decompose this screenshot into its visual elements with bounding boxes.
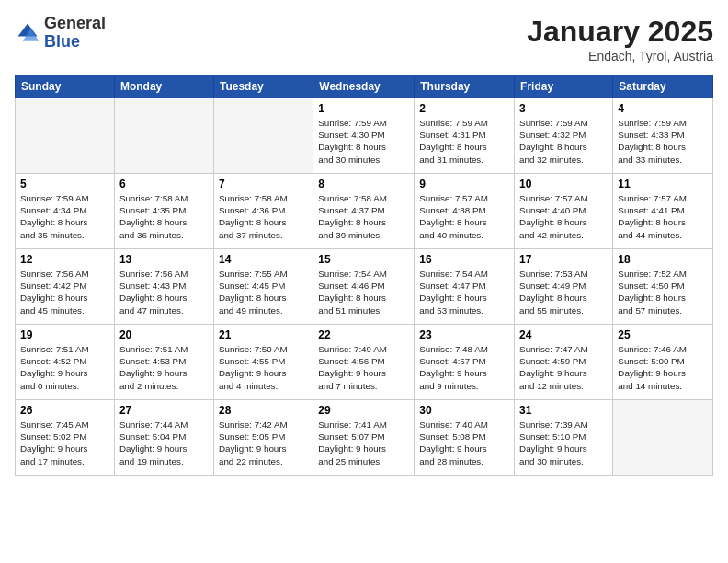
calendar-cell — [114, 98, 213, 174]
day-number: 30 — [419, 404, 509, 417]
calendar-cell: 27Sunrise: 7:44 AM Sunset: 5:04 PM Dayli… — [114, 400, 213, 476]
day-info: Sunrise: 7:58 AM Sunset: 4:36 PM Dayligh… — [219, 192, 308, 241]
day-number: 26 — [20, 404, 109, 417]
calendar-cell: 26Sunrise: 7:45 AM Sunset: 5:02 PM Dayli… — [16, 400, 115, 476]
day-number: 4 — [618, 102, 708, 115]
weekday-header-thursday: Thursday — [415, 75, 515, 98]
day-info: Sunrise: 7:57 AM Sunset: 4:41 PM Dayligh… — [618, 192, 708, 241]
calendar-cell: 7Sunrise: 7:58 AM Sunset: 4:36 PM Daylig… — [213, 174, 313, 249]
day-info: Sunrise: 7:58 AM Sunset: 4:37 PM Dayligh… — [318, 192, 409, 241]
calendar-cell: 28Sunrise: 7:42 AM Sunset: 5:05 PM Dayli… — [213, 400, 313, 476]
day-number: 18 — [618, 253, 708, 266]
day-number: 24 — [519, 328, 608, 341]
day-info: Sunrise: 7:51 AM Sunset: 4:52 PM Dayligh… — [20, 343, 109, 392]
calendar-cell: 2Sunrise: 7:59 AM Sunset: 4:31 PM Daylig… — [415, 98, 515, 174]
calendar-cell: 11Sunrise: 7:57 AM Sunset: 4:41 PM Dayli… — [613, 174, 713, 249]
calendar-cell: 30Sunrise: 7:40 AM Sunset: 5:08 PM Dayli… — [415, 400, 515, 476]
day-number: 25 — [618, 328, 708, 341]
calendar-cell: 19Sunrise: 7:51 AM Sunset: 4:52 PM Dayli… — [16, 325, 115, 400]
month-title: January 2025 — [527, 15, 713, 49]
day-number: 9 — [419, 178, 509, 190]
day-info: Sunrise: 7:54 AM Sunset: 4:47 PM Dayligh… — [419, 268, 509, 316]
calendar-week-row: 26Sunrise: 7:45 AM Sunset: 5:02 PM Dayli… — [16, 400, 713, 476]
day-number: 22 — [318, 328, 409, 341]
day-number: 19 — [20, 328, 109, 341]
day-number: 21 — [219, 328, 308, 341]
calendar-cell: 1Sunrise: 7:59 AM Sunset: 4:30 PM Daylig… — [313, 98, 415, 174]
day-info: Sunrise: 7:42 AM Sunset: 5:05 PM Dayligh… — [219, 419, 308, 467]
calendar-table: SundayMondayTuesdayWednesdayThursdayFrid… — [15, 75, 713, 476]
day-info: Sunrise: 7:59 AM Sunset: 4:30 PM Dayligh… — [318, 117, 409, 166]
day-info: Sunrise: 7:58 AM Sunset: 4:35 PM Dayligh… — [119, 192, 209, 241]
weekday-header-saturday: Saturday — [613, 75, 713, 98]
calendar-cell: 25Sunrise: 7:46 AM Sunset: 5:00 PM Dayli… — [613, 325, 713, 400]
day-number: 8 — [318, 178, 409, 190]
day-number: 1 — [318, 102, 409, 115]
day-info: Sunrise: 7:59 AM Sunset: 4:33 PM Dayligh… — [618, 117, 708, 166]
calendar-cell: 14Sunrise: 7:55 AM Sunset: 4:45 PM Dayli… — [213, 249, 313, 325]
weekday-header-monday: Monday — [114, 75, 213, 98]
calendar-cell: 4Sunrise: 7:59 AM Sunset: 4:33 PM Daylig… — [613, 98, 713, 174]
calendar-cell: 29Sunrise: 7:41 AM Sunset: 5:07 PM Dayli… — [313, 400, 415, 476]
calendar-cell: 18Sunrise: 7:52 AM Sunset: 4:50 PM Dayli… — [613, 249, 713, 325]
day-info: Sunrise: 7:39 AM Sunset: 5:10 PM Dayligh… — [519, 419, 608, 467]
calendar-cell: 3Sunrise: 7:59 AM Sunset: 4:32 PM Daylig… — [515, 98, 613, 174]
day-number: 29 — [318, 404, 409, 417]
day-info: Sunrise: 7:46 AM Sunset: 5:00 PM Dayligh… — [618, 343, 708, 392]
day-number: 12 — [20, 253, 109, 266]
day-number: 2 — [419, 102, 509, 115]
day-info: Sunrise: 7:45 AM Sunset: 5:02 PM Dayligh… — [20, 419, 109, 467]
calendar-cell — [16, 98, 115, 174]
day-number: 10 — [519, 178, 608, 190]
day-info: Sunrise: 7:53 AM Sunset: 4:49 PM Dayligh… — [519, 268, 608, 316]
day-info: Sunrise: 7:47 AM Sunset: 4:59 PM Dayligh… — [519, 343, 608, 392]
calendar-cell: 13Sunrise: 7:56 AM Sunset: 4:43 PM Dayli… — [114, 249, 213, 325]
day-info: Sunrise: 7:57 AM Sunset: 4:38 PM Dayligh… — [419, 192, 509, 241]
calendar-cell: 5Sunrise: 7:59 AM Sunset: 4:34 PM Daylig… — [16, 174, 115, 249]
weekday-header-tuesday: Tuesday — [213, 75, 313, 98]
day-number: 27 — [119, 404, 209, 417]
weekday-header-sunday: Sunday — [16, 75, 115, 98]
calendar-week-row: 5Sunrise: 7:59 AM Sunset: 4:34 PM Daylig… — [16, 174, 713, 249]
location: Endach, Tyrol, Austria — [527, 49, 713, 63]
calendar-week-row: 12Sunrise: 7:56 AM Sunset: 4:42 PM Dayli… — [16, 249, 713, 325]
day-info: Sunrise: 7:49 AM Sunset: 4:56 PM Dayligh… — [318, 343, 409, 392]
day-info: Sunrise: 7:40 AM Sunset: 5:08 PM Dayligh… — [419, 419, 509, 467]
calendar-week-row: 1Sunrise: 7:59 AM Sunset: 4:30 PM Daylig… — [16, 98, 713, 174]
day-number: 11 — [618, 178, 708, 190]
day-info: Sunrise: 7:59 AM Sunset: 4:31 PM Dayligh… — [419, 117, 509, 166]
day-number: 15 — [318, 253, 409, 266]
calendar-cell: 16Sunrise: 7:54 AM Sunset: 4:47 PM Dayli… — [415, 249, 515, 325]
calendar-cell: 31Sunrise: 7:39 AM Sunset: 5:10 PM Dayli… — [515, 400, 613, 476]
calendar-cell — [613, 400, 713, 476]
day-info: Sunrise: 7:52 AM Sunset: 4:50 PM Dayligh… — [618, 268, 708, 316]
calendar-cell — [213, 98, 313, 174]
calendar-cell: 24Sunrise: 7:47 AM Sunset: 4:59 PM Dayli… — [515, 325, 613, 400]
day-info: Sunrise: 7:56 AM Sunset: 4:43 PM Dayligh… — [119, 268, 209, 316]
day-number: 31 — [519, 404, 608, 417]
day-number: 5 — [20, 178, 109, 190]
day-number: 20 — [119, 328, 209, 341]
day-number: 14 — [219, 253, 308, 266]
day-info: Sunrise: 7:51 AM Sunset: 4:53 PM Dayligh… — [119, 343, 209, 392]
day-info: Sunrise: 7:50 AM Sunset: 4:55 PM Dayligh… — [219, 343, 308, 392]
day-number: 23 — [419, 328, 509, 341]
day-info: Sunrise: 7:59 AM Sunset: 4:34 PM Dayligh… — [20, 192, 109, 241]
calendar-cell: 8Sunrise: 7:58 AM Sunset: 4:37 PM Daylig… — [313, 174, 415, 249]
calendar-cell: 21Sunrise: 7:50 AM Sunset: 4:55 PM Dayli… — [213, 325, 313, 400]
calendar-cell: 17Sunrise: 7:53 AM Sunset: 4:49 PM Dayli… — [515, 249, 613, 325]
calendar-cell: 9Sunrise: 7:57 AM Sunset: 4:38 PM Daylig… — [415, 174, 515, 249]
day-info: Sunrise: 7:48 AM Sunset: 4:57 PM Dayligh… — [419, 343, 509, 392]
day-info: Sunrise: 7:41 AM Sunset: 5:07 PM Dayligh… — [318, 419, 409, 467]
day-number: 13 — [119, 253, 209, 266]
day-info: Sunrise: 7:57 AM Sunset: 4:40 PM Dayligh… — [519, 192, 608, 241]
logo-general-text: General — [44, 14, 106, 32]
day-number: 16 — [419, 253, 509, 266]
weekday-header-row: SundayMondayTuesdayWednesdayThursdayFrid… — [16, 75, 713, 98]
day-number: 17 — [519, 253, 608, 266]
day-info: Sunrise: 7:56 AM Sunset: 4:42 PM Dayligh… — [20, 268, 109, 316]
day-info: Sunrise: 7:55 AM Sunset: 4:45 PM Dayligh… — [219, 268, 308, 316]
calendar-cell: 15Sunrise: 7:54 AM Sunset: 4:46 PM Dayli… — [313, 249, 415, 325]
calendar-cell: 6Sunrise: 7:58 AM Sunset: 4:35 PM Daylig… — [114, 174, 213, 249]
calendar-cell: 20Sunrise: 7:51 AM Sunset: 4:53 PM Dayli… — [114, 325, 213, 400]
